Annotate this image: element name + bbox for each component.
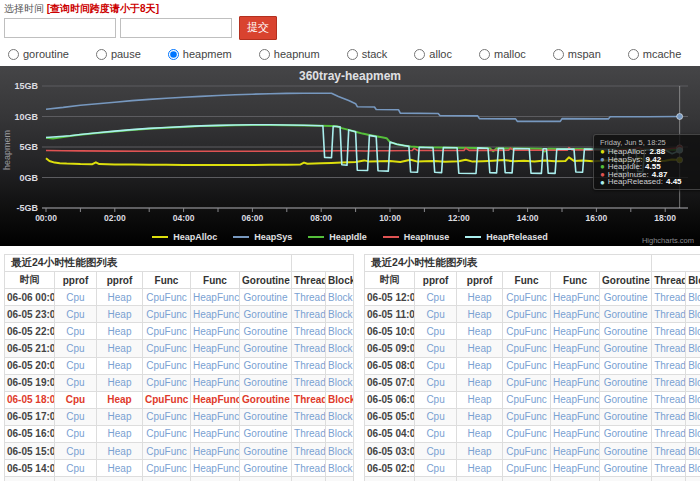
link-cpu-06-051700[interactable]: Cpu: [66, 411, 84, 422]
link-block-06-052100[interactable]: Block: [328, 343, 352, 354]
link-heap-06-050600[interactable]: Heap: [468, 394, 492, 405]
link-cpu-06-050200[interactable]: Cpu: [426, 463, 444, 474]
link-thread-06-050800[interactable]: Thread: [654, 360, 686, 371]
link-cpu-06-052200[interactable]: Cpu: [66, 326, 84, 337]
link-heapfunc-06-052300[interactable]: HeapFunc: [193, 309, 239, 320]
link-heapfunc-06-050500[interactable]: HeapFunc: [553, 411, 599, 422]
link-block-06-050200[interactable]: Block: [688, 463, 700, 474]
link-heap-06-052000[interactable]: Heap: [108, 360, 132, 371]
link-thread-06-050200[interactable]: Thread: [654, 463, 686, 474]
radio-mspan[interactable]: [553, 49, 564, 60]
link-heap-06-051600[interactable]: Heap: [108, 428, 132, 439]
link-cpufunc-06-051500[interactable]: CpuFunc: [146, 446, 187, 457]
link-cpufunc-06-052000[interactable]: CpuFunc: [146, 360, 187, 371]
end-time-input[interactable]: [120, 18, 232, 38]
radio-mcache[interactable]: [628, 49, 639, 60]
link-thread-06-052100[interactable]: Thread: [294, 343, 326, 354]
link-cpufunc-06-051600[interactable]: CpuFunc: [146, 428, 187, 439]
radio-option-heapnum[interactable]: heapnum: [259, 48, 320, 60]
link-cpufunc-06-050600[interactable]: CpuFunc: [506, 394, 547, 405]
radio-option-stack[interactable]: stack: [347, 48, 388, 60]
link-thread-06-050500[interactable]: Thread: [654, 411, 686, 422]
link-block-06-051400[interactable]: Block: [328, 463, 352, 474]
link-cpu-06-051200[interactable]: Cpu: [426, 292, 444, 303]
link-goroutine-06-051700[interactable]: Goroutine: [244, 411, 288, 422]
link-heapfunc-06-051800[interactable]: HeapFunc: [193, 394, 240, 405]
link-thread-06-050900[interactable]: Thread: [654, 343, 686, 354]
link-heapfunc-06-050700[interactable]: HeapFunc: [553, 377, 599, 388]
link-cpufunc-06-050300[interactable]: CpuFunc: [506, 446, 547, 457]
link-goroutine-06-051000[interactable]: Goroutine: [604, 326, 648, 337]
link-heap-06-052300[interactable]: Heap: [108, 309, 132, 320]
link-thread-06-052300[interactable]: Thread: [294, 309, 326, 320]
link-cpufunc-06-050900[interactable]: CpuFunc: [506, 343, 547, 354]
heapmem-chart[interactable]: 15GB10GB5GB0GB-5GB00:0002:0004:0006:0008…: [0, 66, 700, 246]
link-heap-06-050300[interactable]: Heap: [468, 446, 492, 457]
link-block-06-050300[interactable]: Block: [688, 446, 700, 457]
link-cpu-06-051000[interactable]: Cpu: [426, 326, 444, 337]
link-block-06-051900[interactable]: Block: [328, 377, 352, 388]
link-heapfunc-06-050400[interactable]: HeapFunc: [553, 428, 599, 439]
link-heapfunc-06-051600[interactable]: HeapFunc: [193, 428, 239, 439]
link-heap-06-051700[interactable]: Heap: [108, 411, 132, 422]
link-cpufunc-06-051000[interactable]: CpuFunc: [506, 326, 547, 337]
link-goroutine-06-050200[interactable]: Goroutine: [604, 463, 648, 474]
link-heap-06-052100[interactable]: Heap: [108, 343, 132, 354]
link-thread-06-051900[interactable]: Thread: [294, 377, 326, 388]
link-cpu-06-051500[interactable]: Cpu: [66, 446, 84, 457]
link-block-06-051000[interactable]: Block: [688, 326, 700, 337]
link-block-06-050900[interactable]: Block: [688, 343, 700, 354]
link-cpu-06-050800[interactable]: Cpu: [426, 360, 444, 371]
link-cpufunc-06-050700[interactable]: CpuFunc: [506, 377, 547, 388]
link-thread-06-051400[interactable]: Thread: [294, 463, 326, 474]
link-goroutine-06-051200[interactable]: Goroutine: [604, 292, 648, 303]
link-thread-06-051200[interactable]: Thread: [654, 292, 686, 303]
link-block-06-050800[interactable]: Block: [688, 360, 700, 371]
link-cpufunc-06-050500[interactable]: CpuFunc: [506, 411, 547, 422]
link-block-06-051700[interactable]: Block: [328, 411, 352, 422]
link-heap-06-051500[interactable]: Heap: [108, 446, 132, 457]
link-heapfunc-06-060000[interactable]: HeapFunc: [193, 292, 239, 303]
radio-option-malloc[interactable]: malloc: [479, 48, 526, 60]
link-thread-06-050300[interactable]: Thread: [654, 446, 686, 457]
link-heapfunc-06-051500[interactable]: HeapFunc: [193, 446, 239, 457]
link-thread-06-051800[interactable]: Thread: [294, 394, 326, 405]
link-heapfunc-06-052200[interactable]: HeapFunc: [193, 326, 239, 337]
link-cpu-06-060000[interactable]: Cpu: [66, 292, 84, 303]
legend-item-heapidle[interactable]: HeapIdle: [308, 232, 367, 242]
link-cpu-06-050500[interactable]: Cpu: [426, 411, 444, 422]
link-heapfunc-06-050300[interactable]: HeapFunc: [553, 446, 599, 457]
link-goroutine-06-052300[interactable]: Goroutine: [244, 309, 288, 320]
link-goroutine-06-052200[interactable]: Goroutine: [244, 326, 288, 337]
link-cpu-06-050900[interactable]: Cpu: [426, 343, 444, 354]
link-heap-06-051200[interactable]: Heap: [468, 292, 492, 303]
link-goroutine-06-050600[interactable]: Goroutine: [604, 394, 648, 405]
radio-option-pause[interactable]: pause: [96, 48, 141, 60]
link-cpu-06-052100[interactable]: Cpu: [66, 343, 84, 354]
link-cpufunc-06-052300[interactable]: CpuFunc: [146, 309, 187, 320]
link-cpufunc-06-051900[interactable]: CpuFunc: [146, 377, 187, 388]
link-goroutine-06-051400[interactable]: Goroutine: [244, 463, 288, 474]
link-thread-06-050600[interactable]: Thread: [654, 394, 686, 405]
radio-malloc[interactable]: [479, 49, 490, 60]
link-cpu-06-050300[interactable]: Cpu: [426, 446, 444, 457]
link-heap-06-051900[interactable]: Heap: [108, 377, 132, 388]
link-heap-06-051400[interactable]: Heap: [108, 463, 132, 474]
link-thread-06-050700[interactable]: Thread: [654, 377, 686, 388]
link-cpufunc-06-052100[interactable]: CpuFunc: [146, 343, 187, 354]
link-block-06-052300[interactable]: Block: [328, 309, 352, 320]
radio-option-mspan[interactable]: mspan: [553, 48, 601, 60]
link-cpu-06-050600[interactable]: Cpu: [426, 394, 444, 405]
link-heapfunc-06-050800[interactable]: HeapFunc: [553, 360, 599, 371]
link-heap-06-060000[interactable]: Heap: [108, 292, 132, 303]
link-cpu-06-051600[interactable]: Cpu: [66, 428, 84, 439]
link-goroutine-06-051600[interactable]: Goroutine: [244, 428, 288, 439]
link-block-06-052000[interactable]: Block: [328, 360, 352, 371]
link-cpu-06-050400[interactable]: Cpu: [426, 428, 444, 439]
submit-button[interactable]: 提交: [239, 16, 277, 40]
link-cpu-06-051900[interactable]: Cpu: [66, 377, 84, 388]
link-block-06-050600[interactable]: Block: [688, 394, 700, 405]
radio-heapnum[interactable]: [259, 49, 270, 60]
link-block-06-051100[interactable]: Block: [688, 309, 700, 320]
link-heapfunc-06-050900[interactable]: HeapFunc: [553, 343, 599, 354]
